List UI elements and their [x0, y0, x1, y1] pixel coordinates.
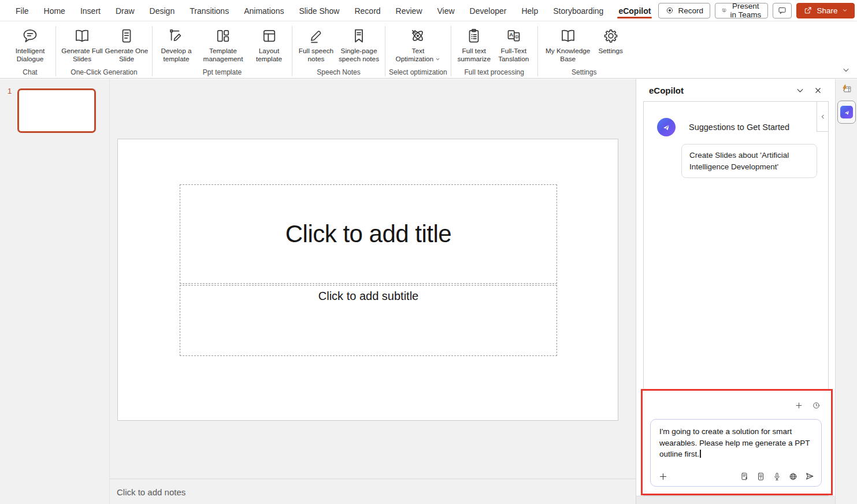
pencil-underline-icon — [307, 27, 325, 45]
tab-file[interactable]: File — [8, 2, 36, 20]
comments-button[interactable] — [773, 3, 792, 18]
develop-a-template-button[interactable]: Develop a template — [156, 23, 196, 67]
tab-view[interactable]: View — [430, 2, 462, 20]
new-chat-button[interactable] — [795, 401, 803, 410]
workspace: 1 Click to add title Click to add subtit… — [0, 79, 857, 504]
slide-thumbnail[interactable] — [17, 88, 96, 133]
layout-grid-icon — [214, 27, 232, 45]
record-button[interactable]: Record — [658, 3, 710, 18]
group-caption-full-text-processing: Full text processing — [455, 67, 534, 79]
tab-ecopilot[interactable]: eCopilot — [611, 2, 658, 20]
ribbon-group-one-click-generation: Generate Full Slides Generate One Slide … — [57, 23, 151, 79]
chevron-left-icon — [820, 114, 826, 120]
panel-options-button[interactable] — [791, 84, 809, 97]
notes-area[interactable]: Click to add notes — [117, 487, 186, 497]
group-divider — [385, 26, 385, 76]
group-caption-select-optimization: Select optimization — [389, 67, 447, 79]
slide-number: 1 — [8, 87, 12, 95]
ribbon-group-speech-notes: Full speech notes Single-page speech not… — [294, 23, 384, 79]
generate-one-slide-button[interactable]: Generate One Slide — [105, 23, 149, 67]
tab-slide-show[interactable]: Slide Show — [291, 2, 347, 20]
send-button[interactable] — [804, 471, 815, 481]
web-search-button[interactable] — [788, 472, 798, 481]
addin-rail — [835, 79, 857, 504]
group-caption-one-click-generation: One-Click Generation — [60, 67, 149, 79]
my-knowledge-base-label: My Knowledge Base — [546, 47, 590, 63]
full-text-summarize-button[interactable]: Full text summarize — [455, 23, 494, 67]
close-icon — [814, 86, 822, 95]
ecopilot-rail-button[interactable] — [837, 101, 856, 124]
speech-bubble-icon — [21, 27, 39, 45]
chevron-down-icon — [842, 66, 850, 74]
record-button-label: Record — [678, 6, 703, 15]
ecopilot-rail-logo-icon — [840, 106, 853, 118]
subtitle-placeholder[interactable]: Click to add subtitle — [180, 285, 557, 356]
share-button[interactable]: Share — [796, 3, 854, 18]
tab-developer[interactable]: Developer — [462, 2, 514, 20]
plus-icon — [658, 472, 668, 481]
tab-animations[interactable]: Animations — [236, 2, 291, 20]
notes-divider[interactable] — [110, 479, 636, 479]
title-placeholder[interactable]: Click to add title — [180, 184, 557, 284]
tab-design[interactable]: Design — [142, 2, 183, 20]
attach-button[interactable] — [658, 472, 668, 481]
ecopilot-logo-icon — [657, 118, 676, 136]
generate-full-slides-button[interactable]: Generate Full Slides — [60, 23, 105, 67]
settings-button[interactable]: Settings — [595, 23, 627, 67]
share-button-label: Share — [817, 6, 837, 15]
text-cursor — [700, 450, 701, 458]
bookmark-icon — [350, 27, 368, 45]
collapse-ribbon-button[interactable] — [842, 66, 850, 76]
suggestions-title: Suggestions to Get Started — [689, 123, 789, 132]
share-dropdown-chevron-icon — [842, 8, 848, 13]
voice-input-button[interactable] — [772, 472, 782, 481]
full-text-translation-button[interactable]: AΦ Full-Text Tanslation — [494, 23, 534, 67]
tab-draw[interactable]: Draw — [108, 2, 142, 20]
group-divider — [55, 26, 56, 76]
tab-help[interactable]: Help — [514, 2, 546, 20]
single-page-speech-notes-label: Single-page speech notes — [339, 47, 379, 63]
intelligent-dialogue-button[interactable]: Intelligent Dialogue — [8, 23, 52, 67]
open-book-icon — [73, 27, 91, 45]
tab-transitions[interactable]: Transitions — [182, 2, 236, 20]
ribbon-group-chat: Intelligent Dialogue Chat — [6, 23, 54, 79]
tab-insert[interactable]: Insert — [73, 2, 108, 20]
develop-a-template-label: Develop a template — [161, 47, 191, 63]
titlebar-actions: Record Present in Teams Share — [658, 3, 857, 18]
suggestion-chip[interactable]: Create Slides about 'Artificial Intellig… — [681, 144, 817, 178]
tab-record[interactable]: Record — [347, 2, 388, 20]
tab-home[interactable]: Home — [36, 2, 73, 20]
collapse-sidebar-button[interactable] — [817, 102, 828, 132]
tab-storyboarding[interactable]: Storyboarding — [546, 2, 611, 20]
close-panel-button[interactable] — [809, 84, 827, 97]
plus-icon — [795, 401, 803, 410]
outline-button[interactable] — [756, 472, 766, 481]
quick-access-addin-button[interactable] — [841, 84, 852, 95]
chat-input-value: I'm going to create a solution for smart… — [659, 427, 810, 458]
chat-input-section-annotation: I'm going to create a solution for smart… — [641, 389, 833, 495]
present-in-teams-button[interactable]: Present in Teams — [715, 3, 769, 18]
present-in-teams-label: Present in Teams — [730, 2, 761, 19]
single-page-speech-notes-button[interactable]: Single-page speech notes — [336, 23, 381, 67]
full-speech-notes-button[interactable]: Full speech notes — [296, 23, 336, 67]
microphone-icon — [772, 472, 782, 481]
slide-canvas[interactable]: Click to add title Click to add subtitle — [117, 139, 618, 421]
panel-bottom-strip — [636, 496, 835, 504]
ecopilot-panel-header: eCopilot — [636, 79, 835, 101]
document-flash-icon — [740, 472, 750, 481]
layout-template-button[interactable]: Layout template — [250, 23, 288, 67]
generate-full-slides-label: Generate Full Slides — [61, 47, 102, 63]
tab-review[interactable]: Review — [388, 2, 430, 20]
chat-history-button[interactable] — [812, 401, 821, 410]
intelligent-dialogue-label: Intelligent Dialogue — [16, 47, 45, 63]
text-optimization-button[interactable]: Text Optimization — [394, 23, 442, 67]
quick-notes-button[interactable] — [740, 472, 750, 481]
slide-editor: Click to add title Click to add subtitle… — [110, 79, 636, 504]
group-caption-settings: Settings — [541, 67, 627, 79]
chat-input-box[interactable]: I'm going to create a solution for smart… — [650, 419, 822, 487]
template-management-label: Template management — [203, 47, 243, 63]
dropdown-chevron-icon — [435, 57, 440, 62]
template-management-button[interactable]: Template management — [196, 23, 250, 67]
my-knowledge-base-button[interactable]: My Knowledge Base — [541, 23, 595, 67]
full-speech-notes-label: Full speech notes — [299, 47, 333, 63]
